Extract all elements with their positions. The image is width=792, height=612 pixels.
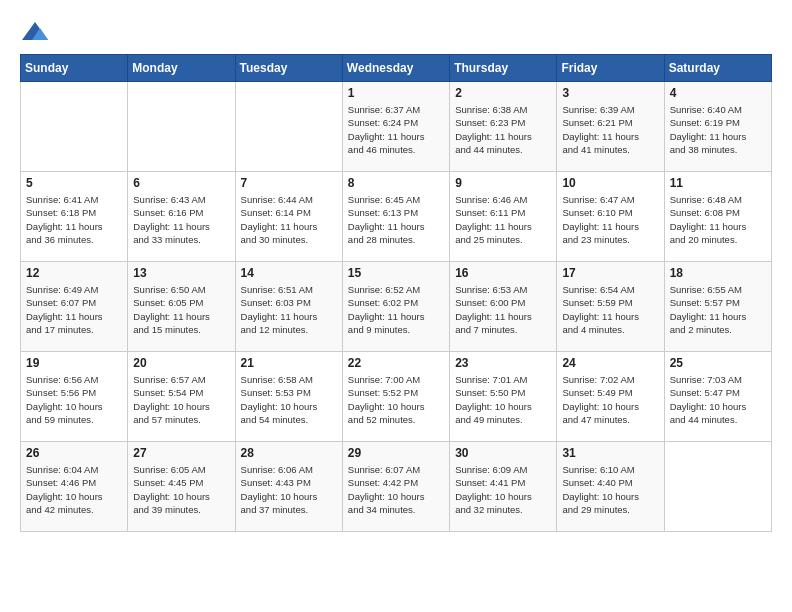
day-number: 29 (348, 446, 444, 460)
day-number: 11 (670, 176, 766, 190)
day-info: Sunrise: 6:51 AM Sunset: 6:03 PM Dayligh… (241, 283, 337, 336)
calendar-week-4: 26Sunrise: 6:04 AM Sunset: 4:46 PM Dayli… (21, 442, 772, 532)
day-number: 25 (670, 356, 766, 370)
day-number: 7 (241, 176, 337, 190)
calendar-cell: 20Sunrise: 6:57 AM Sunset: 5:54 PM Dayli… (128, 352, 235, 442)
day-number: 14 (241, 266, 337, 280)
calendar-cell: 22Sunrise: 7:00 AM Sunset: 5:52 PM Dayli… (342, 352, 449, 442)
day-number: 23 (455, 356, 551, 370)
calendar-cell: 10Sunrise: 6:47 AM Sunset: 6:10 PM Dayli… (557, 172, 664, 262)
day-number: 24 (562, 356, 658, 370)
col-header-thursday: Thursday (450, 55, 557, 82)
day-info: Sunrise: 7:02 AM Sunset: 5:49 PM Dayligh… (562, 373, 658, 426)
day-info: Sunrise: 6:06 AM Sunset: 4:43 PM Dayligh… (241, 463, 337, 516)
calendar-cell: 14Sunrise: 6:51 AM Sunset: 6:03 PM Dayli… (235, 262, 342, 352)
day-number: 20 (133, 356, 229, 370)
day-number: 17 (562, 266, 658, 280)
day-number: 9 (455, 176, 551, 190)
calendar-cell: 6Sunrise: 6:43 AM Sunset: 6:16 PM Daylig… (128, 172, 235, 262)
day-info: Sunrise: 7:00 AM Sunset: 5:52 PM Dayligh… (348, 373, 444, 426)
day-number: 13 (133, 266, 229, 280)
day-number: 21 (241, 356, 337, 370)
day-info: Sunrise: 6:10 AM Sunset: 4:40 PM Dayligh… (562, 463, 658, 516)
calendar-cell: 25Sunrise: 7:03 AM Sunset: 5:47 PM Dayli… (664, 352, 771, 442)
day-info: Sunrise: 6:49 AM Sunset: 6:07 PM Dayligh… (26, 283, 122, 336)
calendar-cell (235, 82, 342, 172)
day-number: 8 (348, 176, 444, 190)
day-info: Sunrise: 6:45 AM Sunset: 6:13 PM Dayligh… (348, 193, 444, 246)
day-info: Sunrise: 7:01 AM Sunset: 5:50 PM Dayligh… (455, 373, 551, 426)
day-info: Sunrise: 6:40 AM Sunset: 6:19 PM Dayligh… (670, 103, 766, 156)
day-number: 30 (455, 446, 551, 460)
col-header-monday: Monday (128, 55, 235, 82)
day-info: Sunrise: 6:52 AM Sunset: 6:02 PM Dayligh… (348, 283, 444, 336)
day-number: 15 (348, 266, 444, 280)
day-info: Sunrise: 6:47 AM Sunset: 6:10 PM Dayligh… (562, 193, 658, 246)
day-number: 22 (348, 356, 444, 370)
calendar-week-1: 5Sunrise: 6:41 AM Sunset: 6:18 PM Daylig… (21, 172, 772, 262)
calendar-week-2: 12Sunrise: 6:49 AM Sunset: 6:07 PM Dayli… (21, 262, 772, 352)
calendar-week-0: 1Sunrise: 6:37 AM Sunset: 6:24 PM Daylig… (21, 82, 772, 172)
day-info: Sunrise: 6:09 AM Sunset: 4:41 PM Dayligh… (455, 463, 551, 516)
page-header (20, 20, 772, 44)
day-number: 16 (455, 266, 551, 280)
day-info: Sunrise: 6:48 AM Sunset: 6:08 PM Dayligh… (670, 193, 766, 246)
calendar-cell: 15Sunrise: 6:52 AM Sunset: 6:02 PM Dayli… (342, 262, 449, 352)
day-number: 12 (26, 266, 122, 280)
day-number: 26 (26, 446, 122, 460)
calendar-cell (664, 442, 771, 532)
day-info: Sunrise: 6:50 AM Sunset: 6:05 PM Dayligh… (133, 283, 229, 336)
day-number: 6 (133, 176, 229, 190)
day-info: Sunrise: 6:39 AM Sunset: 6:21 PM Dayligh… (562, 103, 658, 156)
day-number: 28 (241, 446, 337, 460)
col-header-wednesday: Wednesday (342, 55, 449, 82)
day-info: Sunrise: 6:56 AM Sunset: 5:56 PM Dayligh… (26, 373, 122, 426)
calendar-cell: 30Sunrise: 6:09 AM Sunset: 4:41 PM Dayli… (450, 442, 557, 532)
calendar-cell: 9Sunrise: 6:46 AM Sunset: 6:11 PM Daylig… (450, 172, 557, 262)
col-header-sunday: Sunday (21, 55, 128, 82)
calendar-cell: 8Sunrise: 6:45 AM Sunset: 6:13 PM Daylig… (342, 172, 449, 262)
col-header-saturday: Saturday (664, 55, 771, 82)
calendar-table: SundayMondayTuesdayWednesdayThursdayFrid… (20, 54, 772, 532)
calendar-cell: 27Sunrise: 6:05 AM Sunset: 4:45 PM Dayli… (128, 442, 235, 532)
day-info: Sunrise: 6:44 AM Sunset: 6:14 PM Dayligh… (241, 193, 337, 246)
day-info: Sunrise: 6:41 AM Sunset: 6:18 PM Dayligh… (26, 193, 122, 246)
calendar-cell: 31Sunrise: 6:10 AM Sunset: 4:40 PM Dayli… (557, 442, 664, 532)
col-header-tuesday: Tuesday (235, 55, 342, 82)
day-number: 19 (26, 356, 122, 370)
calendar-cell: 18Sunrise: 6:55 AM Sunset: 5:57 PM Dayli… (664, 262, 771, 352)
day-info: Sunrise: 6:46 AM Sunset: 6:11 PM Dayligh… (455, 193, 551, 246)
calendar-cell: 19Sunrise: 6:56 AM Sunset: 5:56 PM Dayli… (21, 352, 128, 442)
day-info: Sunrise: 6:07 AM Sunset: 4:42 PM Dayligh… (348, 463, 444, 516)
day-info: Sunrise: 6:05 AM Sunset: 4:45 PM Dayligh… (133, 463, 229, 516)
day-number: 18 (670, 266, 766, 280)
calendar-cell: 3Sunrise: 6:39 AM Sunset: 6:21 PM Daylig… (557, 82, 664, 172)
calendar-cell: 16Sunrise: 6:53 AM Sunset: 6:00 PM Dayli… (450, 262, 557, 352)
day-number: 1 (348, 86, 444, 100)
calendar-cell: 7Sunrise: 6:44 AM Sunset: 6:14 PM Daylig… (235, 172, 342, 262)
day-info: Sunrise: 6:38 AM Sunset: 6:23 PM Dayligh… (455, 103, 551, 156)
day-info: Sunrise: 6:55 AM Sunset: 5:57 PM Dayligh… (670, 283, 766, 336)
calendar-cell: 1Sunrise: 6:37 AM Sunset: 6:24 PM Daylig… (342, 82, 449, 172)
day-number: 3 (562, 86, 658, 100)
day-info: Sunrise: 6:04 AM Sunset: 4:46 PM Dayligh… (26, 463, 122, 516)
calendar-cell: 12Sunrise: 6:49 AM Sunset: 6:07 PM Dayli… (21, 262, 128, 352)
calendar-cell: 17Sunrise: 6:54 AM Sunset: 5:59 PM Dayli… (557, 262, 664, 352)
calendar-week-3: 19Sunrise: 6:56 AM Sunset: 5:56 PM Dayli… (21, 352, 772, 442)
calendar-cell (128, 82, 235, 172)
calendar-cell: 21Sunrise: 6:58 AM Sunset: 5:53 PM Dayli… (235, 352, 342, 442)
calendar-cell: 23Sunrise: 7:01 AM Sunset: 5:50 PM Dayli… (450, 352, 557, 442)
day-info: Sunrise: 6:37 AM Sunset: 6:24 PM Dayligh… (348, 103, 444, 156)
calendar-body: 1Sunrise: 6:37 AM Sunset: 6:24 PM Daylig… (21, 82, 772, 532)
day-number: 4 (670, 86, 766, 100)
day-info: Sunrise: 6:43 AM Sunset: 6:16 PM Dayligh… (133, 193, 229, 246)
day-info: Sunrise: 6:54 AM Sunset: 5:59 PM Dayligh… (562, 283, 658, 336)
calendar-header-row: SundayMondayTuesdayWednesdayThursdayFrid… (21, 55, 772, 82)
day-number: 2 (455, 86, 551, 100)
day-number: 31 (562, 446, 658, 460)
calendar-cell: 13Sunrise: 6:50 AM Sunset: 6:05 PM Dayli… (128, 262, 235, 352)
calendar-cell: 29Sunrise: 6:07 AM Sunset: 4:42 PM Dayli… (342, 442, 449, 532)
day-info: Sunrise: 6:57 AM Sunset: 5:54 PM Dayligh… (133, 373, 229, 426)
calendar-cell (21, 82, 128, 172)
day-number: 10 (562, 176, 658, 190)
